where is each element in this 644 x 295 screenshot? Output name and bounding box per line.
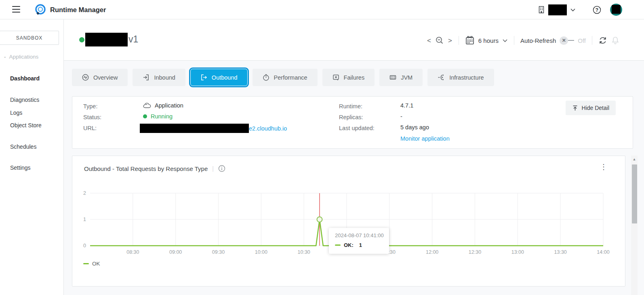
sidebar-item-settings[interactable]: Settings [10,164,31,171]
svg-text:12:00: 12:00 [426,249,438,255]
svg-text:13:30: 13:30 [554,249,567,255]
tab-infrastructure[interactable]: Infrastructure [427,69,494,86]
tab-jvm[interactable]: JVM [379,69,423,86]
sidebar-section-applications[interactable]: -Applications [4,54,38,60]
time-range-selector[interactable]: 6 hours [478,37,499,44]
toggle-x-icon: ✕ [560,36,568,45]
tooltip-series-value: 1 [359,242,362,248]
scrollbar-up-arrow[interactable]: ▲ [631,157,638,161]
replicas-value: - [400,113,402,120]
auto-refresh-state: Off [578,37,586,44]
environment-selector[interactable]: SANDBOX [0,31,59,45]
auto-refresh-toggle[interactable]: ✕ [560,36,574,45]
cloud-icon [143,103,151,109]
sidebar-item-schedules[interactable]: Schedules [10,143,36,150]
sidebar-item-diagnostics[interactable]: Diagnostics [10,97,39,103]
svg-text:2: 2 [83,190,86,196]
refresh-icon[interactable] [598,36,607,45]
tab-inbound[interactable]: Inbound [133,69,185,86]
url-label: URL: [83,125,97,131]
type-value: Application [143,102,183,109]
auto-refresh-label: Auto-Refresh [520,37,556,44]
status-value: Running [143,113,173,120]
dashboard-tabs: Overview Inbound Outbound Performance Fa… [72,69,494,86]
legend-ok-label: OK [92,261,100,267]
divider [514,36,514,45]
svg-text:10:30: 10:30 [298,249,310,255]
chart-tooltip: 2024-08-07 10:41:00 OK: 1 [329,228,389,254]
user-avatar[interactable] [610,4,622,16]
app-status-dot [79,37,84,42]
time-prev-button[interactable]: < [427,37,431,44]
toggle-track [568,40,574,41]
scrollbar-thumb[interactable] [632,164,637,223]
svg-text:0: 0 [83,243,86,249]
tooltip-timestamp: 2024-08-07 10:41:00 [335,232,389,238]
divider [592,36,592,45]
running-status-dot [143,114,147,118]
chevron-down-icon[interactable] [502,39,508,42]
svg-text:10:00: 10:00 [255,249,267,255]
collapse-up-icon [572,105,578,111]
chevron-down-icon[interactable] [570,8,576,12]
monitor-application-link[interactable]: Monitor application [400,135,450,142]
hamburger-menu-icon[interactable] [12,6,20,13]
tab-overview[interactable]: Overview [72,69,128,86]
outbound-chart-card: Outbound - Total Requests by Response Ty… [72,156,625,287]
line-chart[interactable]: 01208:3009:0009:3010:0010:3011:0011:3012… [72,156,625,286]
tab-outbound[interactable]: Outbound [190,69,248,86]
vertical-scrollbar[interactable]: ▲ [631,156,638,295]
tab-performance[interactable]: Performance [253,69,318,86]
tooltip-series-name: OK: [344,242,354,248]
sidebar-item-dashboard[interactable]: Dashboard [10,75,40,82]
runtime-label: Runtime: [339,103,362,110]
org-name-redacted[interactable] [548,4,567,15]
top-navbar: Runtime Manager ? [0,0,644,19]
svg-text:08:30: 08:30 [126,249,139,255]
last-updated-value: 5 days ago [400,124,429,131]
runtime-manager-logo-icon[interactable] [34,3,47,16]
svg-text:09:00: 09:00 [169,249,182,255]
app-name-redacted [85,33,128,46]
app-name-suffix: v1 [128,34,138,45]
divider [459,36,459,45]
svg-text:1: 1 [83,217,86,222]
calendar-icon[interactable] [465,36,475,45]
series-color-dash [335,244,341,246]
organization-icon [538,6,545,14]
hide-detail-button[interactable]: Hide Detail [566,101,616,115]
sidebar-item-object-store[interactable]: Object Store [10,122,42,129]
svg-text:09:30: 09:30 [212,249,225,255]
runtime-value: 4.7.1 [400,102,413,109]
svg-text:12:30: 12:30 [469,249,481,255]
help-icon[interactable]: ? [593,6,601,14]
status-label: Status: [83,114,101,120]
last-updated-label: Last updated: [339,125,375,131]
time-next-button[interactable]: > [448,37,452,44]
url-redacted [140,124,249,133]
time-controls: < > 6 hours Auto-Refresh ✕ Off [427,35,620,46]
type-label: Type: [83,103,97,110]
zoom-out-icon[interactable] [435,36,444,45]
replicas-label: Replicas: [339,114,363,120]
cloudhub-url-link[interactable]: e2.cloudhub.io [249,125,287,132]
url-value: e2.cloudhub.io [140,124,287,133]
sidebar-item-logs[interactable]: Logs [10,110,22,116]
legend-ok-dash [83,263,89,265]
avatar-redacted [612,5,621,14]
svg-text:13:00: 13:00 [511,249,524,255]
header-right-cluster: ? [538,0,622,19]
tab-failures[interactable]: Failures [322,69,375,86]
application-detail-panel: Type: Application Status: Running URL: e… [72,96,633,149]
notifications-bell-icon[interactable] [611,36,620,45]
app-title: Runtime Manager [50,0,106,19]
runtime-manager-page: Runtime Manager ? SANDBOX -Applications … [0,0,644,295]
collapse-dash-icon: - [4,54,6,60]
sidebar-nav: SANDBOX -Applications Dashboard Diagnost… [0,19,64,295]
tooltip-series-row: OK: 1 [335,242,389,248]
svg-text:14:00: 14:00 [597,249,609,255]
chart-legend[interactable]: OK [83,261,100,267]
svg-text:?: ? [596,7,598,13]
